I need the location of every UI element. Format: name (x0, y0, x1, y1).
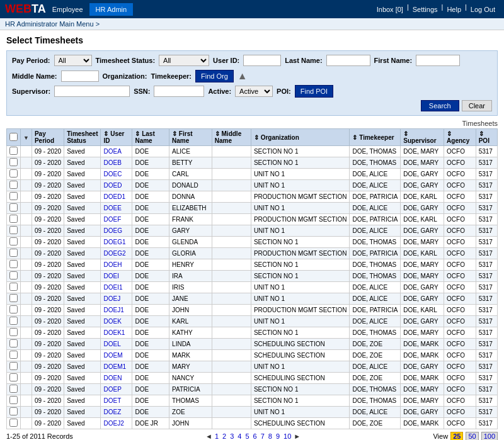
row-checkbox[interactable] (9, 192, 18, 200)
row-checkbox[interactable] (9, 181, 18, 189)
row-user-id[interactable]: DOEP (101, 384, 132, 395)
page-1[interactable]: 1 (214, 432, 220, 440)
row-checkbox-cell[interactable] (7, 259, 21, 271)
find-poi-button[interactable]: Find POI (295, 85, 333, 98)
row-checkbox[interactable] (9, 147, 18, 155)
active-select[interactable]: Active Inactive All (235, 86, 273, 97)
row-user-id[interactable]: DOEG1 (101, 237, 132, 248)
col-supervisor[interactable]: ⇕ Supervisor (401, 129, 444, 146)
find-org-button[interactable]: Find Org (195, 70, 234, 82)
clear-button[interactable]: Clear (462, 100, 492, 111)
row-checkbox-cell[interactable] (7, 146, 21, 157)
page-6[interactable]: 6 (252, 432, 258, 440)
row-checkbox[interactable] (9, 271, 18, 279)
row-user-id[interactable]: DOEM1 (101, 361, 132, 373)
row-user-id[interactable]: DOEJ1 (101, 305, 132, 316)
row-checkbox-cell[interactable] (7, 180, 21, 191)
row-checkbox-cell[interactable] (7, 327, 21, 339)
view-100[interactable]: 100 (481, 432, 498, 440)
row-checkbox-cell[interactable] (7, 214, 21, 225)
row-checkbox[interactable] (9, 158, 18, 166)
page-9[interactable]: 9 (275, 432, 281, 440)
search-button[interactable]: Search (421, 100, 459, 111)
row-checkbox-cell[interactable] (7, 395, 21, 407)
page-10[interactable]: 10 (282, 432, 292, 440)
row-checkbox-cell[interactable] (7, 271, 21, 282)
row-checkbox-cell[interactable] (7, 350, 21, 361)
row-user-id[interactable]: DOEM (101, 350, 132, 361)
row-user-id[interactable]: DOEG (101, 225, 132, 237)
row-user-id[interactable]: DOEB (101, 157, 132, 169)
last-name-input[interactable] (326, 55, 370, 66)
row-checkbox-cell[interactable] (7, 203, 21, 214)
row-checkbox-cell[interactable] (7, 282, 21, 293)
row-checkbox[interactable] (9, 385, 18, 393)
row-user-id[interactable]: DOEI (101, 271, 132, 282)
row-user-id[interactable]: DOEK (101, 316, 132, 327)
row-checkbox[interactable] (9, 317, 18, 325)
row-checkbox-cell[interactable] (7, 407, 21, 418)
page-4[interactable]: 4 (236, 432, 243, 440)
nav-settings[interactable]: Settings (409, 3, 442, 16)
row-checkbox-cell[interactable] (7, 384, 21, 395)
ssn-input[interactable] (154, 86, 204, 97)
row-checkbox[interactable] (9, 419, 18, 427)
select-all-checkbox[interactable] (9, 133, 18, 141)
row-checkbox[interactable] (9, 260, 18, 268)
row-checkbox-cell[interactable] (7, 418, 21, 429)
row-checkbox-cell[interactable] (7, 293, 21, 305)
col-poi[interactable]: ⇕ POI (476, 129, 497, 146)
view-25[interactable]: 25 (450, 432, 463, 440)
row-checkbox-cell[interactable] (7, 225, 21, 237)
row-user-id[interactable]: DOEZ (101, 407, 132, 418)
row-user-id[interactable]: DOEJ (101, 293, 132, 305)
row-checkbox[interactable] (9, 351, 18, 359)
row-user-id[interactable]: DOET (101, 395, 132, 407)
row-user-id[interactable]: DOEL (101, 339, 132, 350)
row-checkbox-cell[interactable] (7, 339, 21, 350)
row-user-id[interactable]: DOEC (101, 169, 132, 180)
row-checkbox-cell[interactable] (7, 157, 21, 169)
middle-name-input[interactable] (61, 71, 99, 82)
page-8[interactable]: 8 (267, 432, 273, 440)
first-name-input[interactable] (416, 55, 460, 66)
row-checkbox-cell[interactable] (7, 373, 21, 384)
row-user-id[interactable]: DOEG2 (101, 248, 132, 259)
row-checkbox-cell[interactable] (7, 237, 21, 248)
row-checkbox[interactable] (9, 203, 18, 212)
row-checkbox[interactable] (9, 294, 18, 302)
row-checkbox[interactable] (9, 249, 18, 257)
row-checkbox[interactable] (9, 226, 18, 234)
row-checkbox[interactable] (9, 169, 18, 178)
select-all-header[interactable] (7, 129, 21, 146)
page-2[interactable]: 2 (221, 432, 227, 440)
col-last-name[interactable]: ⇕ Last Name (132, 129, 169, 146)
col-organization[interactable]: ⇕ Organization (251, 129, 350, 146)
row-checkbox-cell[interactable] (7, 169, 21, 180)
user-id-input[interactable] (243, 55, 281, 66)
row-checkbox-cell[interactable] (7, 316, 21, 327)
timesheet-status-select[interactable]: All (159, 55, 209, 66)
col-sort-indicator[interactable]: ▼ (21, 129, 32, 146)
pay-period-select[interactable]: All (54, 55, 92, 66)
col-timekeeper[interactable]: ⇕ Timekeeper (350, 129, 401, 146)
row-checkbox[interactable] (9, 328, 18, 336)
row-user-id[interactable]: DOEA (101, 146, 132, 157)
row-user-id[interactable]: DOEE (101, 203, 132, 214)
row-checkbox-cell[interactable] (7, 305, 21, 316)
row-checkbox[interactable] (9, 396, 18, 404)
supervisor-input[interactable] (54, 86, 130, 97)
page-3[interactable]: 3 (229, 432, 235, 440)
col-agency[interactable]: ⇕ Agency (444, 129, 476, 146)
nav-hradmin[interactable]: HR Admin (89, 3, 134, 16)
col-first-name[interactable]: ⇕ First Name (169, 129, 212, 146)
row-user-id[interactable]: DOEI1 (101, 282, 132, 293)
nav-help[interactable]: Help (443, 3, 465, 16)
row-user-id[interactable]: DOEF (101, 214, 132, 225)
col-middle-name[interactable]: ⇕ Middle Name (212, 129, 251, 146)
breadcrumb-link[interactable]: HR Administrator Main Menu > (5, 20, 100, 28)
nav-inbox[interactable]: Inbox [0] (373, 3, 407, 16)
col-pay-period[interactable]: PayPeriod (32, 129, 64, 146)
row-checkbox[interactable] (9, 283, 18, 291)
row-user-id[interactable]: DOEK1 (101, 327, 132, 339)
